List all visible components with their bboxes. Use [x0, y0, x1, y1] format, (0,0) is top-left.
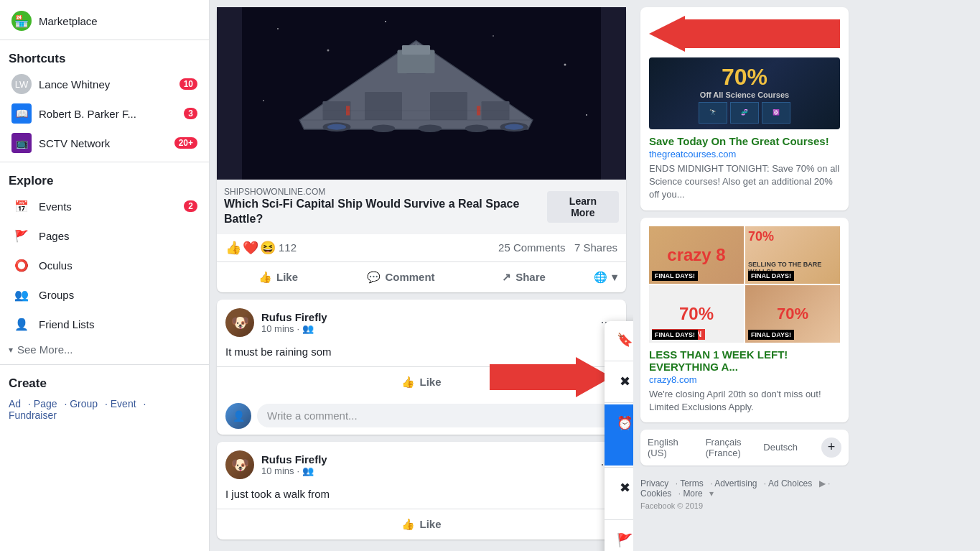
footer-cookies-link[interactable]: Cookies	[640, 489, 671, 499]
comment-area: 👤 Write a comment...	[217, 397, 626, 435]
great-courses-subtitle: thegreatcourses.com	[649, 149, 840, 159]
robert-badge: 3	[184, 108, 197, 119]
sidebar-item-pages[interactable]: 🚩 Pages	[3, 221, 206, 250]
sidebar-item-events[interactable]: 📅 Events 2	[3, 192, 206, 221]
comment-input[interactable]: Write a comment...	[257, 404, 617, 427]
events-icon: 📅	[11, 196, 32, 216]
lance-whitney-badge: 10	[179, 78, 197, 90]
crazy8-text: We're closing April 20th so don't miss o…	[649, 388, 840, 414]
context-menu: 🔖 Save post Add this to your saved items…	[605, 321, 633, 551]
deutsch-option[interactable]: Deutsch	[763, 442, 816, 453]
post3-like-btn[interactable]: 👍 Like	[217, 512, 626, 537]
post3-meta: 10 mins · 👥	[261, 466, 327, 476]
context-menu-report[interactable]: 🚩 Find Support or Report Post I'm concer…	[605, 522, 633, 551]
footer-privacy-link[interactable]: Privacy	[640, 478, 668, 489]
post3-user-name[interactable]: Rufus Firefly	[261, 453, 327, 466]
create-ad-link[interactable]: Ad	[9, 398, 21, 409]
lance-whitney-label: Lance Whitney	[39, 78, 179, 91]
sctv-badge: 20+	[174, 137, 197, 149]
crazy8-img-4: 70% FINAL DAYS!	[745, 285, 840, 343]
post2-actions: 👍 Like	[217, 366, 626, 397]
post2-time: 10 mins	[261, 323, 294, 334]
ad-card-crazy8: crazy 8 FINAL DAYS! 70% SELLING TO THE B…	[640, 218, 849, 422]
see-more-link[interactable]: ▾ See More...	[0, 339, 209, 360]
create-event-link[interactable]: Event	[111, 398, 136, 409]
report-icon: 🚩	[615, 530, 633, 550]
svg-point-21	[327, 124, 346, 130]
footer-adchoices-link[interactable]: Ad Choices	[768, 478, 812, 489]
like-icon: 👍	[258, 271, 272, 284]
comment-action-btn[interactable]: 💬 Comment	[340, 265, 462, 290]
context-menu-hide-post[interactable]: ✖ Hide post See fewer posts like this.	[605, 363, 633, 401]
audience-icon: 🌐	[594, 271, 607, 284]
great-courses-text: ENDS MIDNIGHT TONIGHT: Save 70% on all S…	[649, 162, 840, 202]
svg-point-18	[419, 125, 442, 132]
robert-label: Robert B. Parker F...	[39, 108, 184, 120]
svg-point-22	[505, 124, 523, 130]
footer-more-link[interactable]: More	[683, 489, 702, 499]
audience-btn[interactable]: 🌐 ▾	[585, 265, 626, 290]
svg-rect-11	[365, 92, 402, 120]
svg-point-4	[493, 35, 494, 37]
post2-user-name[interactable]: Rufus Firefly	[261, 311, 327, 323]
like-label: Like	[276, 271, 298, 283]
commenter-avatar: 👤	[225, 403, 251, 429]
post-card-article: SHIPSHOWONLINE.COM Which Sci-Fi Capital …	[217, 7, 626, 292]
create-links: Ad · Page · Group · Event · Fundraiser	[0, 394, 209, 425]
svg-point-7	[586, 114, 587, 116]
share-action-btn[interactable]: ↗ Share	[462, 265, 585, 290]
post-link-info: SHIPSHOWONLINE.COM Which Sci-Fi Capital …	[217, 180, 626, 234]
sidebar-item-marketplace[interactable]: 🏪 Marketplace	[3, 6, 206, 35]
post3-like-icon: 👍	[401, 518, 415, 531]
lance-whitney-avatar: LW	[11, 74, 32, 94]
sidebar-item-friend-lists[interactable]: 👤 Friend Lists	[3, 310, 206, 338]
comments-count: 25 Comments	[498, 241, 565, 254]
post2-like-btn[interactable]: 👍 Like	[217, 370, 626, 394]
chevron-down-icon: ▾	[9, 345, 13, 355]
right-sidebar: 70% Off All Science Courses 🔭 🧬 ⚛️ Save …	[633, 0, 856, 551]
francais-option[interactable]: Français (France)	[706, 437, 758, 458]
spaceship-image	[217, 7, 626, 180]
reaction-icons: 👍 ❤️ 😆	[225, 240, 276, 256]
svg-point-3	[385, 21, 386, 22]
comment-icon: 💬	[367, 271, 381, 284]
footer-terms-link[interactable]: Terms	[680, 478, 704, 489]
context-menu-unfollow[interactable]: ✖ Unfollow Rufus Stop seeing posts but s…	[605, 469, 633, 518]
post-link-actions: SHIPSHOWONLINE.COM Which Sci-Fi Capital …	[224, 187, 619, 227]
english-option[interactable]: English (US)	[648, 437, 700, 458]
footer-advertising-link[interactable]: Advertising	[714, 478, 757, 489]
rufus-avatar-2: 🐶	[225, 450, 254, 479]
create-group-link[interactable]: Group	[70, 398, 98, 409]
create-fundraiser-link[interactable]: Fundraiser	[9, 409, 57, 421]
svg-point-2	[327, 50, 330, 52]
learn-more-button[interactable]: Learn More	[547, 191, 619, 223]
svg-point-5	[564, 64, 566, 66]
post-card-rufus1: 🐶 Rufus Firefly 10 mins · 👥 ··· It must …	[217, 300, 626, 435]
add-language-button[interactable]: +	[821, 437, 841, 458]
post3-header: 🐶 Rufus Firefly 10 mins · 👥 ···	[217, 442, 626, 479]
save-post-icon: 🔖	[615, 330, 633, 350]
post-link-source: SHIPSHOWONLINE.COM	[224, 187, 547, 197]
comment-label: Comment	[385, 271, 434, 283]
post3-text: I just took a walk from	[217, 479, 626, 509]
svg-rect-15	[402, 45, 430, 55]
share-label: Share	[515, 271, 546, 283]
like-action-btn[interactable]: 👍 Like	[217, 265, 340, 290]
sidebar-item-groups[interactable]: 👥 Groups	[3, 280, 206, 309]
sidebar-item-sctv[interactable]: 📺 SCTV Network 20+	[3, 129, 206, 157]
svg-point-6	[263, 100, 264, 101]
context-menu-snooze[interactable]: ⏰ Snooze Rufus for 30 days Temporarily s…	[605, 404, 633, 466]
robert-avatar: 📖	[11, 103, 32, 124]
marketplace-icon: 🏪	[11, 11, 32, 31]
svg-rect-12	[430, 92, 467, 120]
snooze-icon: ⏰	[615, 413, 633, 433]
ad-card-great-courses: 70% Off All Science Courses 🔭 🧬 ⚛️ Save …	[640, 7, 849, 210]
sidebar-item-lance-whitney[interactable]: LW Lance Whitney 10	[3, 70, 206, 98]
sidebar-item-oculus[interactable]: ⭕ Oculus	[3, 251, 206, 279]
create-page-link[interactable]: Page	[34, 398, 57, 409]
post2-header: 🐶 Rufus Firefly 10 mins · 👥 ···	[217, 300, 626, 337]
context-menu-save-post[interactable]: 🔖 Save post Add this to your saved items	[605, 321, 633, 359]
sidebar-item-robert[interactable]: 📖 Robert B. Parker F... 3	[3, 99, 206, 128]
post2-meta: 10 mins · 👥	[261, 323, 327, 334]
create-title: Create	[0, 369, 209, 394]
